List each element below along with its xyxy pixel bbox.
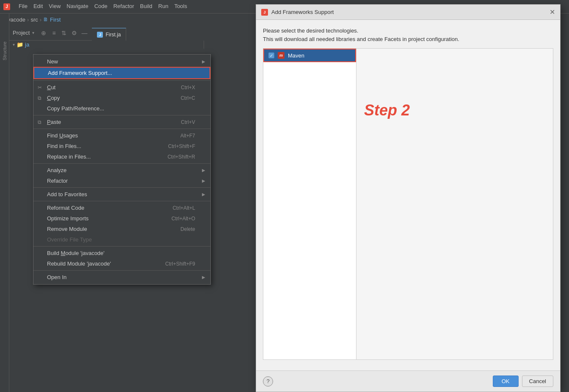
sidebar-item-structure[interactable]: Structure — [1, 39, 8, 63]
tech-list: ✓ m Maven — [263, 48, 356, 360]
tech-item-maven[interactable]: ✓ m Maven — [263, 49, 356, 62]
root-folder-icon: 📁 — [17, 41, 23, 48]
menu-item-find-in-files[interactable]: Find in Files... Ctrl+Shift+F — [33, 141, 210, 151]
menu-refactor[interactable]: Refactor — [113, 3, 134, 10]
project-expand-btn[interactable]: ⇅ — [60, 30, 68, 36]
menu-separator-8 — [33, 270, 210, 271]
menu-view[interactable]: View — [49, 3, 61, 10]
menu-separator-5 — [33, 187, 210, 188]
breadcrumb-src[interactable]: src — [30, 16, 38, 23]
menu-item-new[interactable]: New — [33, 56, 210, 67]
tree-arrow-root: ▾ — [13, 42, 15, 47]
menu-item-find-usages[interactable]: Find Usages Alt+F7 — [33, 130, 210, 141]
maven-icon: m — [278, 52, 284, 59]
breadcrumb-sep1: › — [27, 16, 29, 23]
ok-button[interactable]: OK — [493, 376, 519, 387]
menu-item-refactor[interactable]: Refactor — [33, 175, 210, 186]
dialog-close-button[interactable]: ✕ — [550, 8, 555, 16]
tab-label: First.ja — [105, 32, 121, 38]
breadcrumb-sep2: › — [40, 16, 41, 23]
left-sidebar-strip: Structure — [0, 14, 9, 392]
menu-item-replace-in-files[interactable]: Replace in Files... Ctrl+Shift+R — [33, 151, 210, 162]
menu-separator-6 — [33, 201, 210, 201]
breadcrumb: javacode › src › 🗎 First — [0, 14, 64, 25]
tab-file-icon: J — [97, 32, 103, 38]
menu-item-build-module[interactable]: Build Module 'javacode' — [33, 248, 210, 258]
help-button[interactable]: ? — [263, 376, 273, 387]
menu-item-open-in[interactable]: Open In — [33, 272, 210, 282]
tech-detail-panel — [356, 48, 553, 360]
dialog-content: ✓ m Maven — [263, 48, 553, 360]
menu-separator-2 — [33, 115, 210, 115]
cut-icon: ✂ — [38, 85, 42, 90]
dialog-body: Please select the desired technologies. … — [256, 20, 560, 370]
menu-file[interactable]: File — [19, 3, 28, 10]
menu-code[interactable]: Code — [94, 3, 108, 10]
dialog-desc-line1: Please select the desired technologies. — [263, 27, 553, 35]
menu-item-add-framework[interactable]: Add Framework Support... — [33, 67, 210, 79]
project-minimize-btn[interactable]: — — [80, 30, 88, 36]
project-settings-btn[interactable]: ⚙ — [70, 30, 78, 36]
menu-navigate[interactable]: Navigate — [66, 3, 88, 10]
menu-item-copy-path[interactable]: Copy Path/Reference... — [33, 103, 210, 114]
app-icon: J — [3, 3, 10, 10]
menu-item-copy[interactable]: ⧉ Copy Ctrl+C — [33, 93, 210, 103]
tab-first-java[interactable]: J First.ja — [92, 28, 126, 41]
paste-icon: ⧉ — [38, 119, 41, 125]
file-icon: 🗎 — [43, 16, 48, 22]
menu-item-rebuild-module[interactable]: Rebuild Module 'javacode' Ctrl+Shift+F9 — [33, 258, 210, 269]
project-sync-btn[interactable]: ⊕ — [39, 30, 48, 36]
breadcrumb-file[interactable]: First — [50, 16, 61, 23]
menu-separator-3 — [33, 129, 210, 129]
dialog-desc-line2: This will download all needed libraries … — [263, 35, 553, 44]
project-chevron[interactable]: ▾ — [32, 30, 34, 35]
project-panel-label: Project — [13, 30, 30, 36]
menu-item-override-file-type: Override File Type — [33, 234, 210, 245]
root-label: ja — [25, 41, 29, 48]
context-menu: New Add Framework Support... ✂ Cut Ctrl+… — [33, 54, 211, 285]
dialog-description: Please select the desired technologies. … — [263, 27, 553, 43]
menu-item-analyze[interactable]: Analyze — [33, 165, 210, 175]
menu-build[interactable]: Build — [140, 3, 152, 10]
dialog-title: Add Frameworks Support — [271, 9, 546, 15]
menu-item-remove-module[interactable]: Remove Module Delete — [33, 224, 210, 234]
menu-item-add-to-favorites[interactable]: Add to Favorites — [33, 189, 210, 200]
menu-item-optimize-imports[interactable]: Optimize Imports Ctrl+Alt+O — [33, 213, 210, 224]
menu-item-paste[interactable]: ⧉ Paste Ctrl+V — [33, 117, 210, 127]
project-tree: ▾ 📁 ja — [9, 41, 204, 49]
maven-label: Maven — [288, 52, 304, 59]
cancel-button[interactable]: Cancel — [522, 376, 553, 387]
menu-item-reformat[interactable]: Reformat Code Ctrl+Alt+L — [33, 203, 210, 213]
menu-separator-7 — [33, 246, 210, 247]
menu-edit[interactable]: Edit — [33, 3, 43, 10]
menu-item-icon: J — [3, 3, 13, 10]
project-collapse-btn[interactable]: ≡ — [50, 30, 58, 36]
add-frameworks-dialog: J Add Frameworks Support ✕ Please select… — [256, 4, 561, 392]
dialog-footer: ? OK Cancel — [256, 370, 560, 392]
tree-root[interactable]: ▾ 📁 ja — [9, 41, 204, 49]
menu-tools[interactable]: Tools — [174, 3, 187, 10]
menu-separator-1 — [33, 80, 210, 81]
menu-item-cut[interactable]: ✂ Cut Ctrl+X — [33, 82, 210, 93]
menu-run[interactable]: Run — [158, 3, 168, 10]
dialog-title-bar: J Add Frameworks Support ✕ — [256, 5, 560, 20]
copy-icon: ⧉ — [38, 95, 41, 101]
dialog-app-icon: J — [261, 9, 268, 16]
menu-separator-4 — [33, 163, 210, 164]
maven-checkbox[interactable]: ✓ — [268, 52, 274, 58]
step2-label: Step 2 — [364, 101, 410, 119]
